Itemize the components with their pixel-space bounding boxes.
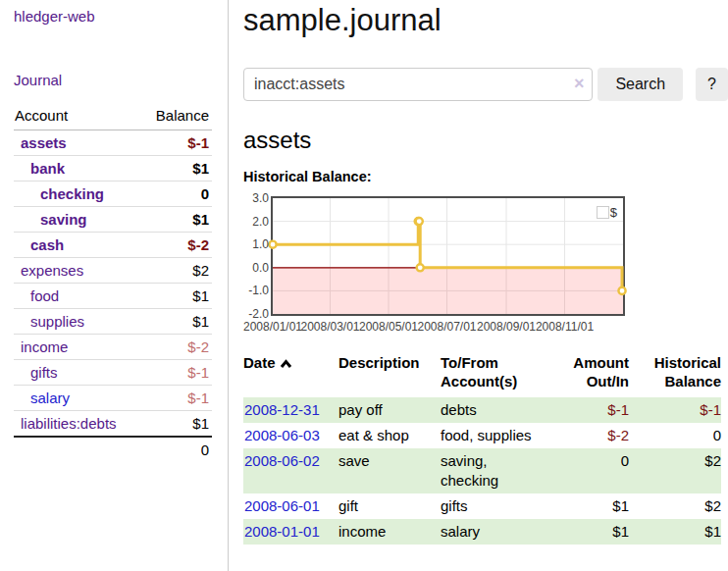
account-row: checking0	[14, 182, 212, 207]
account-balance: 0	[142, 182, 212, 207]
x-axis-tick-label: 2008/03/01	[300, 320, 359, 334]
account-link[interactable]: assets	[14, 134, 67, 151]
account-row: income$-2	[14, 335, 212, 360]
account-row: food$1	[14, 284, 212, 309]
transaction-amount: 0	[550, 448, 629, 493]
transaction-description: income	[338, 519, 441, 545]
account-link[interactable]: expenses	[14, 262, 83, 279]
account-link[interactable]: checking	[14, 185, 104, 202]
search-input[interactable]	[243, 68, 593, 101]
y-axis-tick-label: -2.0	[243, 307, 269, 321]
x-axis-tick-label: 2008/05/01	[359, 320, 418, 334]
account-balance: $2	[142, 258, 212, 284]
account-balance: $-2	[142, 233, 212, 258]
register-header-date-label: Date	[243, 354, 276, 371]
register-body: 2008-12-31pay offdebts$-1$-12008-06-03ea…	[243, 397, 721, 545]
account-balance: $1	[142, 284, 212, 309]
y-axis-tick-label: 3.0	[243, 191, 269, 205]
x-axis-tick-label: 2008/01/01	[243, 320, 302, 334]
account-balance: $-1	[142, 360, 212, 386]
account-row: cash$-2	[14, 233, 212, 258]
page-title: sample.journal	[243, 1, 728, 40]
transaction-date-link[interactable]: 2008-12-31	[244, 401, 320, 418]
transaction-description: gift	[338, 493, 441, 519]
transaction-amount: $-2	[550, 423, 629, 448]
transaction-balance: $2	[629, 448, 721, 493]
register-table: Date Description To/From Account(s) Amou…	[243, 351, 721, 545]
chart-plot-area: $	[271, 196, 625, 316]
account-heading: assets	[243, 126, 728, 155]
account-link[interactable]: salary	[14, 389, 70, 406]
transaction-amount: $-1	[550, 397, 629, 423]
main-content: sample.journal × Search ? assets Histori…	[229, 0, 728, 545]
account-link[interactable]: liabilities:debts	[14, 415, 117, 432]
transaction-date-link[interactable]: 2008-06-03	[244, 427, 320, 443]
sidebar-item-journal[interactable]: Journal	[14, 72, 62, 88]
legend-swatch-border	[597, 206, 609, 219]
account-link[interactable]: bank	[14, 160, 65, 177]
accounts-total-value: 0	[142, 437, 212, 462]
accounts-table: Account Balance assets$-1bank$1checking0…	[14, 104, 212, 462]
register-header-balance: Historical Balance	[629, 351, 721, 397]
account-row: salary$-1	[14, 386, 212, 411]
transaction-date-link[interactable]: 2008-01-01	[244, 523, 320, 540]
search-input-wrap: ×	[243, 68, 593, 101]
transaction-balance: $-1	[629, 397, 721, 423]
account-link[interactable]: supplies	[14, 313, 84, 330]
accounts-header-account: Account	[14, 104, 142, 130]
account-row: bank$1	[14, 156, 212, 182]
x-axis-tick-label: 2008/09/01	[477, 320, 536, 334]
account-row: liabilities:debts$1	[14, 411, 212, 438]
register-header-accounts: To/From Account(s)	[441, 351, 550, 397]
transaction-accounts: gifts	[441, 493, 550, 519]
transaction-balance: $1	[629, 519, 721, 545]
account-balance: $1	[142, 309, 212, 335]
chart-legend: $	[597, 205, 617, 220]
transaction-amount: $1	[550, 519, 629, 545]
clear-search-icon[interactable]: ×	[574, 74, 585, 93]
account-balance: $1	[142, 207, 212, 233]
transaction-accounts: salary	[441, 519, 550, 545]
sort-ascending-icon	[280, 359, 292, 369]
account-balance: $-1	[142, 130, 212, 156]
account-row: supplies$1	[14, 309, 212, 335]
transaction-date-link[interactable]: 2008-06-01	[244, 497, 320, 514]
transaction-description: save	[338, 448, 441, 493]
transaction-row: 2008-06-01giftgifts$1$2	[243, 493, 721, 519]
register-header-date[interactable]: Date	[243, 351, 338, 397]
y-axis-tick-label: 1.0	[243, 237, 269, 251]
accounts-header-row: Account Balance	[14, 104, 212, 130]
search-button[interactable]: Search	[598, 68, 683, 101]
transaction-amount: $1	[550, 493, 629, 519]
transaction-description: eat & shop	[338, 423, 441, 448]
accounts-body: assets$-1bank$1checking0saving$1cash$-2e…	[14, 130, 212, 438]
transaction-description: pay off	[338, 397, 441, 423]
transaction-row: 2008-06-02savesaving, checking0$2	[243, 448, 721, 493]
x-axis-tick-label: 2008/11/01	[536, 320, 594, 334]
y-axis-tick-label: 2.0	[243, 215, 269, 229]
help-button[interactable]: ?	[696, 68, 728, 101]
transaction-date-link[interactable]: 2008-06-02	[244, 452, 320, 469]
account-link[interactable]: gifts	[14, 364, 58, 381]
chart-svg	[273, 198, 623, 314]
chart-title: Historical Balance:	[243, 169, 728, 184]
account-link[interactable]: saving	[14, 211, 87, 228]
account-link[interactable]: food	[14, 287, 59, 304]
account-row: gifts$-1	[14, 360, 212, 386]
account-balance: $1	[142, 156, 212, 182]
account-row: assets$-1	[14, 130, 212, 156]
transaction-accounts: debts	[441, 397, 550, 423]
account-balance: $-2	[142, 335, 212, 360]
transaction-balance: $2	[629, 493, 721, 519]
accounts-total-row: 0	[14, 437, 212, 462]
app-brand-link[interactable]: hledger-web	[14, 8, 95, 25]
x-axis-tick-label: 2008/07/01	[417, 320, 476, 334]
y-axis-tick-label: -1.0	[243, 284, 269, 297]
transaction-accounts: saving, checking	[441, 448, 550, 493]
account-link[interactable]: income	[14, 338, 68, 355]
transaction-balance: 0	[629, 423, 721, 448]
account-link[interactable]: cash	[14, 236, 64, 253]
transaction-row: 2008-06-03eat & shopfood, supplies$-20	[243, 423, 721, 448]
account-row: expenses$2	[14, 258, 212, 284]
accounts-total-spacer	[14, 437, 142, 462]
